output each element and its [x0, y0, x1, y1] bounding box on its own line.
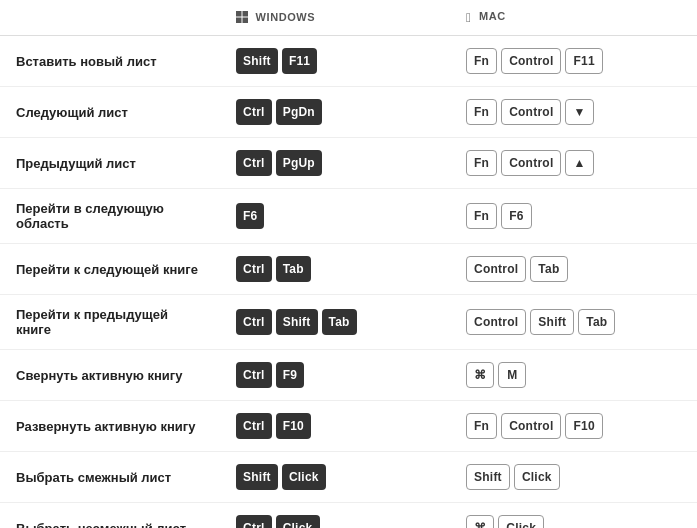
- key-badge: F10: [276, 413, 311, 439]
- key-badge: Tab: [578, 309, 615, 335]
- windows-keys-cell: CtrlPgUp: [220, 138, 450, 189]
- key-badge: Shift: [236, 464, 278, 490]
- windows-keys-cell: F6: [220, 189, 450, 244]
- key-badge: Fn: [466, 99, 497, 125]
- key-badge: Tab: [276, 256, 311, 282]
- mac-keys-cell: FnControlF10: [450, 401, 697, 452]
- key-badge: Control: [501, 150, 561, 176]
- key-badge: PgUp: [276, 150, 322, 176]
- key-badge: Control: [466, 309, 526, 335]
- table-row: Выбрать несмежный листCtrlClick⌘Click: [0, 503, 697, 529]
- key-badge: Click: [514, 464, 560, 490]
- mac-keys-cell: ⌘M: [450, 350, 697, 401]
- action-label: Перейти к следующей книге: [16, 262, 198, 277]
- key-badge: Shift: [236, 48, 278, 74]
- action-label: Перейти в следующую область: [16, 201, 164, 231]
- key-badge: F11: [282, 48, 317, 74]
- key-badge: Control: [501, 99, 561, 125]
- apple-icon: : [466, 10, 471, 25]
- key-badge: Tab: [322, 309, 357, 335]
- table-row: Предыдущий листCtrlPgUpFnControl▲: [0, 138, 697, 189]
- key-badge: PgDn: [276, 99, 322, 125]
- table-row: Перейти к предыдущей книгеCtrlShiftTabCo…: [0, 295, 697, 350]
- key-badge: Control: [501, 48, 561, 74]
- key-badge: F9: [276, 362, 304, 388]
- key-badge: F6: [236, 203, 264, 229]
- table-body: Вставить новый листShiftF11FnControlF11С…: [0, 36, 697, 529]
- windows-keys-cell: CtrlShiftTab: [220, 295, 450, 350]
- action-label-cell: Свернуть активную книгу: [0, 350, 220, 401]
- key-badge: Shift: [466, 464, 510, 490]
- key-badge: Ctrl: [236, 413, 272, 439]
- windows-keys-cell: CtrlF10: [220, 401, 450, 452]
- key-badge: F11: [565, 48, 602, 74]
- key-badge: F10: [565, 413, 602, 439]
- key-badge: Ctrl: [236, 309, 272, 335]
- table-row: Вставить новый листShiftF11FnControlF11: [0, 36, 697, 87]
- table-header: WINDOWS  MAC: [0, 0, 697, 36]
- key-badge: ⌘: [466, 515, 494, 528]
- table-row: Перейти к следующей книгеCtrlTabControlT…: [0, 244, 697, 295]
- mac-keys-cell: ⌘Click: [450, 503, 697, 529]
- table-row: Следующий листCtrlPgDnFnControl▼: [0, 87, 697, 138]
- key-badge: Ctrl: [236, 256, 272, 282]
- key-badge: Click: [276, 515, 320, 528]
- action-label: Вставить новый лист: [16, 54, 157, 69]
- table-row: Выбрать смежный листShiftClickShiftClick: [0, 452, 697, 503]
- action-column-header: [0, 0, 220, 36]
- action-label: Перейти к предыдущей книге: [16, 307, 168, 337]
- mac-keys-cell: ControlShiftTab: [450, 295, 697, 350]
- action-label-cell: Перейти к следующей книге: [0, 244, 220, 295]
- windows-keys-cell: ShiftF11: [220, 36, 450, 87]
- action-label: Предыдущий лист: [16, 156, 136, 171]
- mac-keys-cell: FnControl▲: [450, 138, 697, 189]
- action-label: Выбрать несмежный лист: [16, 521, 186, 529]
- svg-rect-3: [243, 18, 249, 24]
- mac-keys-cell: FnControlF11: [450, 36, 697, 87]
- action-label: Выбрать смежный лист: [16, 470, 171, 485]
- windows-keys-cell: CtrlTab: [220, 244, 450, 295]
- windows-keys-cell: CtrlF9: [220, 350, 450, 401]
- key-badge: F6: [501, 203, 531, 229]
- shortcuts-table: WINDOWS  MAC Вставить новый листShiftF1…: [0, 0, 697, 528]
- action-label-cell: Выбрать смежный лист: [0, 452, 220, 503]
- key-badge: Fn: [466, 150, 497, 176]
- key-badge: Fn: [466, 203, 497, 229]
- mac-keys-cell: FnControl▼: [450, 87, 697, 138]
- table-row: Перейти в следующую областьF6FnF6: [0, 189, 697, 244]
- action-label: Свернуть активную книгу: [16, 368, 182, 383]
- mac-column-header:  MAC: [450, 0, 697, 36]
- windows-icon: [236, 11, 248, 23]
- key-badge: Tab: [530, 256, 567, 282]
- key-badge: Click: [498, 515, 544, 528]
- key-badge: Shift: [530, 309, 574, 335]
- action-label-cell: Вставить новый лист: [0, 36, 220, 87]
- key-badge: Ctrl: [236, 515, 272, 528]
- key-badge: Control: [501, 413, 561, 439]
- key-badge: Ctrl: [236, 362, 272, 388]
- windows-keys-cell: CtrlPgDn: [220, 87, 450, 138]
- key-badge: Control: [466, 256, 526, 282]
- windows-keys-cell: ShiftClick: [220, 452, 450, 503]
- key-badge: ⌘: [466, 362, 494, 388]
- table-row: Свернуть активную книгуCtrlF9⌘M: [0, 350, 697, 401]
- windows-column-header: WINDOWS: [220, 0, 450, 36]
- action-label: Следующий лист: [16, 105, 128, 120]
- svg-rect-0: [236, 11, 242, 17]
- key-badge: Click: [282, 464, 326, 490]
- action-label-cell: Перейти в следующую область: [0, 189, 220, 244]
- svg-rect-2: [236, 18, 242, 24]
- svg-rect-1: [243, 11, 249, 17]
- key-badge: ▼: [565, 99, 593, 125]
- windows-keys-cell: CtrlClick: [220, 503, 450, 529]
- key-badge: Ctrl: [236, 99, 272, 125]
- key-badge: Fn: [466, 413, 497, 439]
- mac-keys-cell: FnF6: [450, 189, 697, 244]
- key-badge: Ctrl: [236, 150, 272, 176]
- action-label: Развернуть активную книгу: [16, 419, 195, 434]
- mac-keys-cell: ControlTab: [450, 244, 697, 295]
- action-label-cell: Предыдущий лист: [0, 138, 220, 189]
- table-row: Развернуть активную книгуCtrlF10FnContro…: [0, 401, 697, 452]
- action-label-cell: Развернуть активную книгу: [0, 401, 220, 452]
- action-label-cell: Перейти к предыдущей книге: [0, 295, 220, 350]
